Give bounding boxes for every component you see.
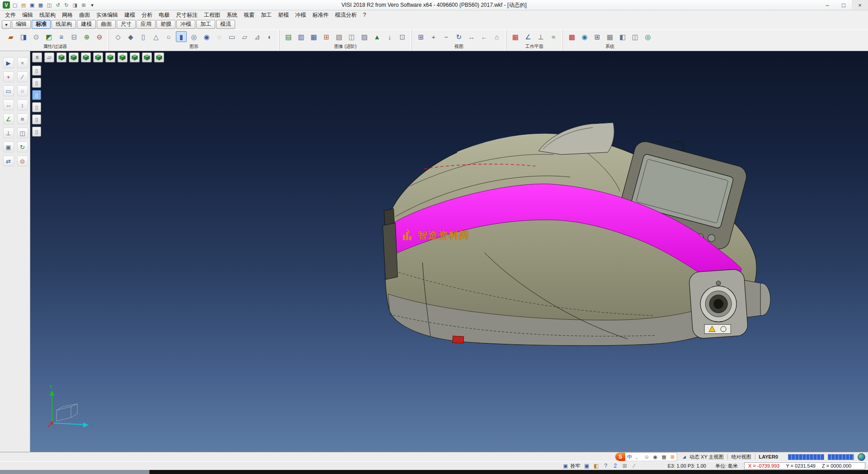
clipboard-slot-1-icon[interactable]: ▯ xyxy=(32,66,41,76)
menu-item[interactable]: 系统 xyxy=(223,10,241,20)
open-file-icon[interactable]: ▤ xyxy=(20,1,27,9)
sphere-icon[interactable]: ○ xyxy=(163,31,174,42)
back-view-cube-icon[interactable] xyxy=(81,52,91,62)
menu-item[interactable]: 工程图 xyxy=(201,10,223,20)
screenshot-icon[interactable]: ◨ xyxy=(71,1,79,9)
zoom-in-icon[interactable]: + xyxy=(428,31,439,42)
transparency-icon[interactable]: ▱ xyxy=(239,31,250,42)
perpendicular-icon[interactable]: ⊥ xyxy=(3,128,14,138)
menu-item[interactable]: 曲面 xyxy=(76,10,93,20)
system-colors-icon[interactable]: ▩ xyxy=(566,31,577,42)
filter-add-icon[interactable]: ⊕ xyxy=(81,31,92,42)
filter-color-icon[interactable]: ◩ xyxy=(43,31,54,42)
tab-item[interactable]: 冲模 xyxy=(176,20,195,29)
system-snap-icon[interactable]: ▦ xyxy=(604,31,615,42)
previous-view-icon[interactable]: ← xyxy=(479,31,490,42)
axonometric-view-cube-icon[interactable] xyxy=(142,52,152,62)
image-adjust-icon[interactable]: ▲ xyxy=(372,31,382,42)
absolute-view-button[interactable]: 绝对视图 xyxy=(731,454,751,460)
right-view-cube-icon[interactable] xyxy=(105,52,115,62)
save-all-icon[interactable]: ▦ xyxy=(37,1,44,9)
system-table-icon[interactable]: ⊞ xyxy=(592,31,603,42)
menu-item[interactable]: 线架构 xyxy=(36,10,59,20)
undo-icon[interactable]: ↺ xyxy=(54,1,61,9)
visi-logo-icon[interactable]: V xyxy=(3,1,10,9)
system-config-icon[interactable]: ◫ xyxy=(630,31,641,42)
redo-icon[interactable]: ↻ xyxy=(63,1,70,9)
image-gallery-icon[interactable]: ▧ xyxy=(334,31,344,42)
circle-icon[interactable]: ○ xyxy=(17,85,28,96)
front-view-cube-icon[interactable] xyxy=(69,52,79,62)
edge-display-icon[interactable]: ⊿ xyxy=(252,31,263,42)
cylinder-icon[interactable]: ▯ xyxy=(138,31,149,42)
shade-on-icon[interactable]: ▮ xyxy=(176,31,187,42)
menu-item[interactable]: 冲模 xyxy=(292,10,309,20)
clipboard-slot-4-icon[interactable]: ▯ xyxy=(32,102,41,112)
menu-item[interactable]: 塑模 xyxy=(275,10,292,20)
tab-item[interactable]: 应用 xyxy=(137,20,156,29)
line-icon[interactable]: ∕ xyxy=(17,71,28,82)
viewport-plane-icon[interactable]: ▱ xyxy=(44,52,54,62)
filter-layer-icon[interactable]: ≡ xyxy=(56,31,67,42)
menu-item[interactable]: ? xyxy=(360,11,369,19)
workplane-set-icon[interactable]: ≈ xyxy=(548,31,559,42)
menu-item[interactable]: 网格 xyxy=(59,10,76,20)
status-help-icon[interactable]: ? xyxy=(602,462,609,469)
iso-view-icon[interactable]: ⌂ xyxy=(491,31,502,42)
minimize-button[interactable]: – xyxy=(819,0,835,10)
grid-snap-icon[interactable]: ▣ xyxy=(3,142,14,152)
rotate-icon[interactable]: ↻ xyxy=(17,142,28,152)
menu-item[interactable]: 标准件 xyxy=(309,10,332,20)
viewport-3d[interactable]: ≡▱ ▯▯▯▯▯▯ 智造资料网 xyxy=(30,51,868,452)
layers-icon[interactable]: ≡ xyxy=(17,114,28,124)
rotate-view-icon[interactable]: ↻ xyxy=(453,31,464,42)
point-icon[interactable]: + xyxy=(3,71,14,82)
blank-element-icon[interactable]: ▭ xyxy=(226,31,237,42)
image-save-icon[interactable]: ▦ xyxy=(308,31,319,42)
workplane-normal-icon[interactable]: ⊥ xyxy=(535,31,546,42)
delete-icon[interactable]: × xyxy=(17,57,28,68)
zoom-out-icon[interactable]: − xyxy=(441,31,452,42)
image-settings-icon[interactable]: ⊡ xyxy=(397,31,408,42)
image-compare-icon[interactable]: ◫ xyxy=(346,31,357,42)
viewport-menu-icon[interactable]: ≡ xyxy=(32,52,42,62)
punctuation-icon[interactable]: 。 xyxy=(634,453,642,461)
close-button[interactable]: × xyxy=(852,0,868,10)
save-icon[interactable]: ▣ xyxy=(28,1,36,9)
keyboard-icon[interactable]: ▦ xyxy=(660,453,668,461)
menu-item[interactable]: 分析 xyxy=(138,10,156,20)
move-icon[interactable]: ↔ xyxy=(3,100,14,110)
tab-item[interactable]: 建模 xyxy=(77,20,96,29)
tab-item[interactable]: 模流 xyxy=(216,20,235,29)
tab-item[interactable]: 塑膜 xyxy=(156,20,175,29)
image-layers-icon[interactable]: ▨ xyxy=(359,31,370,42)
wireframe-icon[interactable]: ◇ xyxy=(113,31,123,42)
zoom-fit-icon[interactable]: ⊞ xyxy=(415,31,426,42)
tab-item[interactable]: 加工 xyxy=(196,20,215,29)
rectangle-icon[interactable]: ▭ xyxy=(3,85,14,96)
voice-icon[interactable]: ◉ xyxy=(651,453,660,461)
tab-item[interactable]: 编辑 xyxy=(12,20,31,29)
image-export-icon[interactable]: ↓ xyxy=(384,31,395,42)
print-icon[interactable]: ◫ xyxy=(46,1,53,9)
menu-item[interactable]: 模流分析 xyxy=(332,10,360,20)
menu-item[interactable]: 编辑 xyxy=(19,10,36,20)
clipboard-slot-5-icon[interactable]: ▯ xyxy=(32,114,41,124)
menu-item[interactable]: 视窗 xyxy=(241,10,258,20)
workplane-grid-icon[interactable]: ▦ xyxy=(510,31,521,42)
emoticon-icon[interactable]: ☺ xyxy=(642,453,651,461)
menu-item[interactable]: 电极 xyxy=(156,10,173,20)
tab-item[interactable]: 曲面 xyxy=(97,20,116,29)
layer-indicator[interactable]: LAYER0 xyxy=(759,454,778,460)
measure-icon[interactable]: ⊙ xyxy=(17,156,28,166)
top-view-cube-icon[interactable] xyxy=(118,52,127,62)
visibility-icon[interactable]: ◉ xyxy=(201,31,212,42)
mirror-icon[interactable]: ◫ xyxy=(17,128,28,138)
new-file-icon[interactable]: ▢ xyxy=(11,1,19,9)
menu-item[interactable]: 加工 xyxy=(258,10,275,20)
swap-icon[interactable]: ⇄ xyxy=(3,156,14,166)
status-pen-icon[interactable]: ∕ xyxy=(631,462,638,469)
iso-view-cube-icon[interactable] xyxy=(57,52,66,62)
workplane-align-icon[interactable]: ∠ xyxy=(523,31,533,42)
render-icon[interactable]: ◐ xyxy=(264,31,275,42)
